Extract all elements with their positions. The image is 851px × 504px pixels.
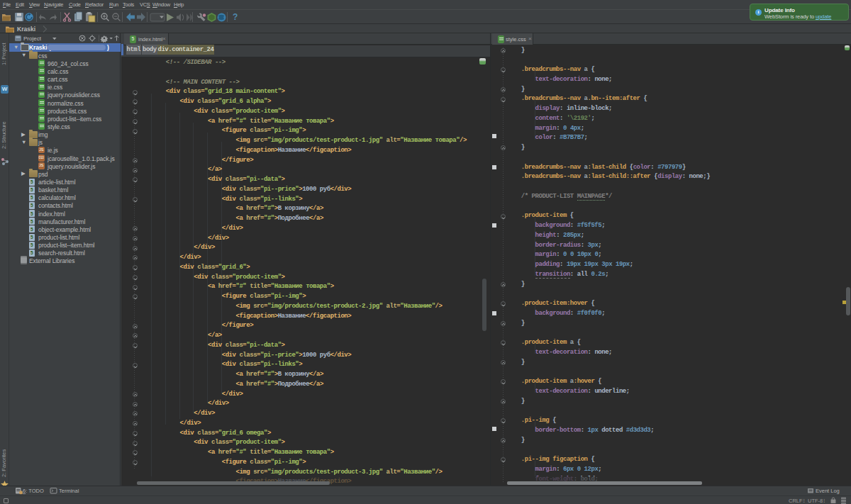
svg-text:Event Log: Event Log [816,488,840,494]
svg-text:Terminal: Terminal [59,488,79,494]
svg-text:?: ? [233,12,238,22]
svg-text:6: TODO: 6: TODO [23,488,44,494]
svg-text:Project: Project [23,35,42,42]
svg-text:Kraski: Kraski [17,26,35,33]
